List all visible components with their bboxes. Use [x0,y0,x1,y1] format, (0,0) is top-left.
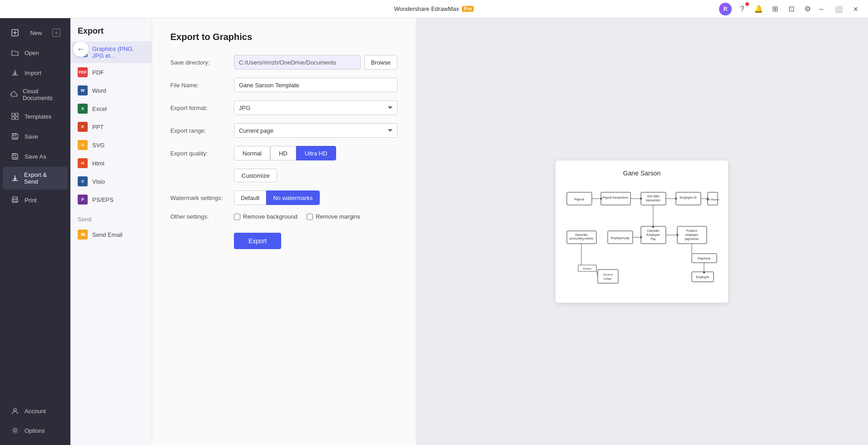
sidebar-item-print[interactable]: Print [3,190,68,210]
export-item-word[interactable]: W Word [70,81,152,100]
export-item-pseps[interactable]: P PS/EPS [70,190,152,209]
sidebar-item-open[interactable]: Open [3,43,68,62]
save-directory-row: Save directory: Browse [170,55,397,70]
close-button[interactable]: ✕ [849,2,863,16]
settings-icon[interactable]: ⚙ [802,3,813,15]
sidebar-item-cloud[interactable]: Cloud Documents [3,83,68,106]
help-icon[interactable]: ? [736,3,748,15]
export-item-ppt[interactable]: P PPT [70,118,152,136]
sidebar-item-templates[interactable]: Templates [3,107,68,126]
watermark-default-button[interactable]: Default [234,190,266,205]
export-format-select[interactable]: JPG PNG BMP TIFF SVG [234,100,397,115]
sidebar-item-import-label: Import [25,70,41,76]
save-directory-input[interactable] [234,55,361,70]
export-range-label: Export range: [170,127,229,134]
sidebar-item-import[interactable]: Import [3,63,68,82]
preview-diagram: Payroll Payroll transactions Get Valid t… [565,183,719,292]
export-form: Export to Graphics Save directory: Brows… [152,18,416,445]
sidebar-item-export[interactable]: Export & Send [3,167,68,190]
export-item-svg[interactable]: S SVG [70,136,152,154]
browse-button[interactable]: Browse [364,55,397,70]
svg-text:Paycheck: Paycheck [698,257,711,260]
export-item-pseps-label: PS/EPS [92,196,114,203]
watermark-buttons-group: Default No watermarks [234,190,397,205]
export-item-html-label: Html [92,160,104,167]
sidebar-item-new[interactable]: New + [3,23,68,42]
quality-normal-button[interactable]: Normal [234,146,270,160]
sidebar-item-saveas[interactable]: Save As [3,147,68,166]
maximize-button[interactable]: ⬜ [832,2,845,16]
svg-rect-3 [12,113,15,116]
svg-text:Generate: Generate [575,233,587,236]
export-quality-group: Normal HD Ultra HD [234,146,397,160]
export-item-svg-label: SVG [92,142,104,149]
svg-text:Employee: Employee [647,233,660,237]
export-item-email[interactable]: ✉ Send Email [70,225,152,244]
content-area: Export to Graphics Save directory: Brows… [152,18,868,445]
remove-margins-label[interactable]: Remove margins [307,213,360,220]
user-avatar[interactable]: R [719,3,732,15]
remove-margins-checkbox[interactable] [307,214,313,220]
pdf-icon: PDF [78,67,88,77]
sidebar-item-export-label: Export & Send [24,171,60,185]
main-layout: ← New + Open Import Cloud Documents [0,18,868,445]
svg-rect-6 [15,117,18,120]
svg-rect-4 [15,113,18,116]
notification-icon[interactable]: 🔔 [753,3,764,15]
pro-badge: Pro [462,6,474,12]
export-button-row: Export [170,228,397,249]
export-item-visio[interactable]: V Visio [70,172,152,190]
excel-icon: X [78,104,88,114]
svg-text:transaction: transaction [646,199,660,202]
watermark-none-button[interactable]: No watermarks [266,190,319,205]
export-range-group: Current page All pages Selected objects [234,123,397,138]
svg-icon: S [78,140,88,150]
quality-buttons-group: Normal HD Ultra HD [234,146,397,160]
export-button[interactable]: Export [234,233,281,249]
print-icon [10,195,20,205]
titlebar: Wondershare EdrawMax Pro R ? 🔔 ⊞ ⊡ ⚙ ─ ⬜… [0,0,868,18]
ppt-icon: P [78,122,88,132]
watermark-group: Default No watermarks [234,190,397,205]
export-item-html[interactable]: H Html [70,154,152,172]
svg-text:Employee pay: Employee pay [610,236,630,240]
sidebar-nav: New + Open Import Cloud Documents Temp [0,18,70,445]
send-section-label: Send [70,209,152,225]
svg-text:Employee ID: Employee ID [680,196,697,200]
templates-icon [10,111,20,121]
sidebar-bottom: Account Options [0,401,70,440]
customize-button[interactable]: Customize [234,169,277,182]
template-icon[interactable]: ⊡ [785,3,797,15]
export-item-excel[interactable]: X Excel [70,100,152,118]
svg-text:employee: employee [685,233,699,237]
new-plus-icon: + [52,29,60,37]
export-quality-row: Export quality: Normal HD Ultra HD [170,146,397,160]
svg-rect-9 [14,157,16,159]
svg-text:Entries: Entries [583,267,592,270]
quality-ultrahd-button[interactable]: Ultra HD [296,146,336,160]
svg-point-14 [14,408,16,411]
svg-rect-7 [14,137,16,139]
saveas-icon [10,151,20,161]
export-item-pdf[interactable]: PDF PDF [70,63,152,81]
export-range-select[interactable]: Current page All pages Selected objects [234,123,397,138]
watermark-label: Watermark settings: [170,195,229,201]
cloud-icon [10,90,18,100]
remove-background-label[interactable]: Remove background [234,213,298,220]
sidebar-item-save[interactable]: Save [3,127,68,146]
svg-text:Payroll: Payroll [574,198,584,201]
save-directory-group: Browse [234,55,397,70]
titlebar-icons: R ? 🔔 ⊞ ⊡ ⚙ [719,0,813,18]
back-button[interactable]: ← [73,41,89,57]
file-name-group [234,78,397,92]
export-item-pdf-label: PDF [92,69,104,76]
sidebar-item-account[interactable]: Account [3,401,68,420]
export-sidebar: Export Graphics (PNG, JPG et... PDF PDF … [70,18,152,445]
remove-margins-text: Remove margins [316,213,360,220]
minimize-button[interactable]: ─ [814,2,828,16]
remove-background-checkbox[interactable] [234,214,240,220]
quality-hd-button[interactable]: HD [270,146,296,160]
sidebar-item-options[interactable]: Options [3,421,68,440]
grid-icon[interactable]: ⊞ [769,3,781,15]
file-name-input[interactable] [234,78,397,92]
